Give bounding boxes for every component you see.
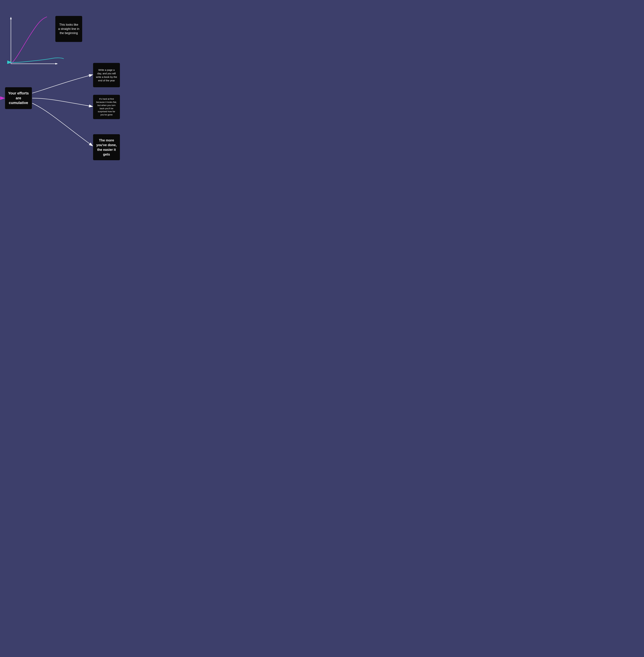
card-more-done: The more you've done, the easier it gets — [93, 134, 120, 160]
card-hard-first-text: It's hard at first because it looks flat… — [96, 97, 117, 116]
card-straight-line: This looks like a straight line in the b… — [55, 16, 82, 42]
card-write-page: Write a page a day, and you will write a… — [93, 63, 120, 87]
card-hard-first: It's hard at first because it looks flat… — [93, 95, 120, 119]
svg-marker-3 — [55, 63, 58, 65]
card-straight-line-text: This looks like a straight line in the b… — [58, 23, 79, 36]
card-write-page-text: Write a page a day, and you will write a… — [96, 68, 117, 82]
card-more-done-text: The more you've done, the easier it gets — [96, 138, 117, 157]
card-efforts-text: Your efforts are cumulative — [8, 91, 29, 105]
svg-marker-1 — [10, 17, 12, 19]
card-efforts: Your efforts are cumulative — [5, 87, 32, 109]
